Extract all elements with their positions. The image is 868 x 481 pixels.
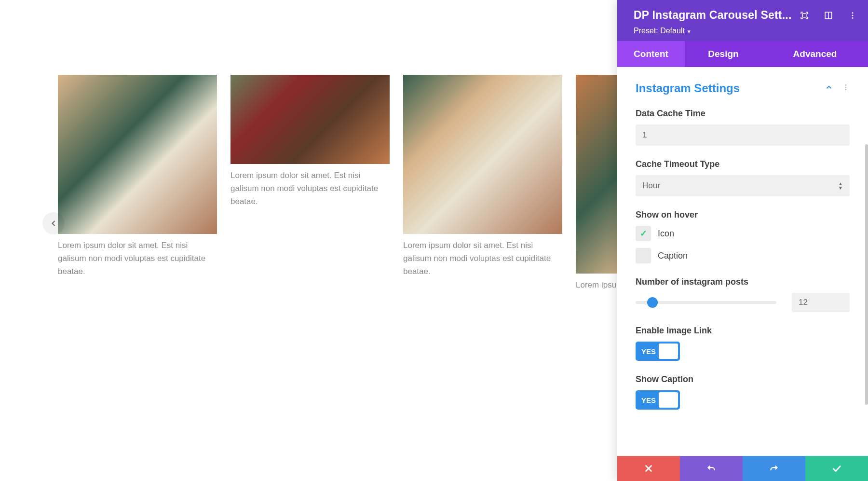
panel-title: DP Instagram Carousel Sett... bbox=[634, 9, 791, 22]
collapse-icon[interactable] bbox=[825, 83, 833, 94]
close-icon bbox=[643, 463, 654, 474]
svg-point-7 bbox=[845, 87, 847, 88]
settings-panel: DP Instagram Carousel Sett... Preset: De… bbox=[617, 0, 868, 481]
carousel-image[interactable] bbox=[58, 75, 217, 234]
tab-design[interactable]: Design bbox=[685, 41, 762, 67]
checkbox-icon[interactable] bbox=[636, 226, 651, 241]
caret-down-icon: ▼ bbox=[687, 29, 692, 34]
carousel-prev-arrow[interactable] bbox=[42, 212, 65, 234]
cancel-button[interactable] bbox=[617, 456, 680, 481]
carousel-caption: Lorem ipsum dolor sit amet. Est nisi gal… bbox=[403, 239, 562, 278]
field-show-on-hover: Show on hover Icon Caption bbox=[636, 210, 850, 263]
svg-point-3 bbox=[852, 12, 854, 14]
field-label: Show Caption bbox=[636, 374, 850, 385]
tab-content[interactable]: Content bbox=[617, 41, 685, 67]
svg-rect-0 bbox=[802, 14, 806, 17]
svg-point-5 bbox=[852, 17, 854, 18]
field-number-of-posts: Number of instagram posts bbox=[636, 277, 850, 312]
preset-label: Preset: Default bbox=[634, 27, 685, 35]
field-show-caption: Show Caption YES bbox=[636, 374, 850, 410]
field-label: Enable Image Link bbox=[636, 326, 850, 336]
field-cache-timeout-type: Cache Timeout Type Hour bbox=[636, 159, 850, 196]
cache-timeout-select[interactable]: Hour bbox=[636, 175, 850, 196]
field-enable-image-link: Enable Image Link YES bbox=[636, 326, 850, 361]
editor-canvas: Lorem ipsum dolor sit amet. Est nisi gal… bbox=[0, 0, 646, 481]
carousel-item[interactable]: Lorem ipsum dolor sit amet. Est nisi gal… bbox=[58, 75, 217, 291]
toggle-text: YES bbox=[641, 396, 656, 404]
field-label: Show on hover bbox=[636, 210, 850, 220]
field-label: Data Cache Time bbox=[636, 109, 850, 119]
field-data-cache-time: Data Cache Time bbox=[636, 109, 850, 146]
check-icon bbox=[831, 463, 842, 474]
svg-point-8 bbox=[845, 89, 847, 90]
carousel-caption: Lorem ipsum dolor sit amet. Est nisi gal… bbox=[58, 239, 217, 278]
toggle-handle bbox=[659, 392, 678, 408]
instagram-carousel: Lorem ipsum dolor sit amet. Est nisi gal… bbox=[0, 75, 646, 291]
carousel-caption: Lorem ipsum dolor sit amet. Est nisi gal… bbox=[231, 169, 390, 208]
section-more-icon[interactable] bbox=[842, 83, 850, 93]
slider-thumb[interactable] bbox=[647, 297, 658, 308]
more-icon[interactable] bbox=[848, 11, 857, 20]
tab-advanced[interactable]: Advanced bbox=[762, 41, 868, 67]
svg-point-4 bbox=[852, 14, 854, 16]
posts-value-input[interactable] bbox=[792, 293, 850, 312]
carousel-item[interactable]: Lorem ipsum dolor sit amet. Est nisi gal… bbox=[403, 75, 562, 291]
chevron-left-icon bbox=[49, 219, 58, 228]
layout-icon[interactable] bbox=[824, 11, 833, 20]
show-caption-toggle[interactable]: YES bbox=[636, 390, 680, 410]
toggle-handle bbox=[659, 344, 678, 359]
field-label: Cache Timeout Type bbox=[636, 159, 850, 169]
redo-button[interactable] bbox=[743, 456, 805, 481]
save-button[interactable] bbox=[805, 456, 868, 481]
panel-tabs: Content Design Advanced bbox=[617, 41, 868, 67]
toggle-text: YES bbox=[641, 347, 656, 356]
data-cache-time-input[interactable] bbox=[636, 124, 850, 146]
carousel-item[interactable]: Lorem ipsum dolor sit amet. Est nisi gal… bbox=[231, 75, 390, 291]
panel-header: DP Instagram Carousel Sett... Preset: De… bbox=[617, 0, 868, 41]
checkbox-label: Caption bbox=[658, 251, 688, 261]
section-title[interactable]: Instagram Settings bbox=[636, 82, 740, 95]
panel-footer bbox=[617, 456, 868, 481]
enable-image-link-toggle[interactable]: YES bbox=[636, 342, 680, 361]
preset-selector[interactable]: Preset: Default▼ bbox=[634, 27, 857, 35]
checkbox-caption[interactable] bbox=[636, 248, 651, 263]
undo-button[interactable] bbox=[680, 456, 743, 481]
redo-icon bbox=[769, 463, 779, 474]
settings-scrollbar[interactable] bbox=[865, 144, 868, 405]
svg-point-6 bbox=[845, 84, 847, 86]
undo-icon bbox=[706, 463, 717, 474]
carousel-image[interactable] bbox=[231, 75, 390, 164]
expand-icon[interactable] bbox=[800, 11, 809, 20]
field-label: Number of instagram posts bbox=[636, 277, 850, 287]
checkbox-label: Icon bbox=[658, 229, 674, 239]
posts-slider[interactable] bbox=[636, 301, 776, 304]
panel-body: Instagram Settings Data Cache Time Cache… bbox=[617, 67, 868, 456]
carousel-image[interactable] bbox=[403, 75, 562, 234]
